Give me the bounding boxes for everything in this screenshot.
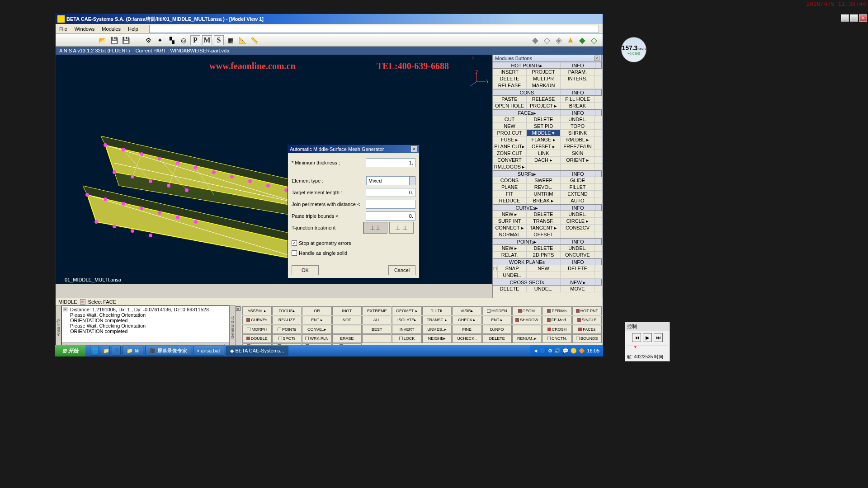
- section-header[interactable]: FACEs▸: [493, 110, 561, 117]
- section-info[interactable]: INFO: [561, 110, 595, 117]
- module-button[interactable]: SURF INT: [493, 218, 527, 224]
- module-button[interactable]: UNDEL.: [561, 245, 595, 251]
- module-button[interactable]: PROJ.CUT: [493, 130, 527, 136]
- close-icon[interactable]: ×: [80, 299, 85, 305]
- play-button[interactable]: ▶: [643, 333, 652, 342]
- module-button[interactable]: 2D PNTS: [527, 252, 561, 258]
- module-button[interactable]: MOVE: [561, 286, 595, 292]
- module-button[interactable]: RM.LOGOS ▸: [493, 164, 527, 170]
- ruler-icon[interactable]: 📏: [249, 35, 259, 45]
- bottom-button[interactable]: [332, 325, 362, 334]
- menu-help[interactable]: Help: [128, 26, 138, 32]
- module-button[interactable]: DELETE: [527, 116, 561, 122]
- module-button[interactable]: NEW: [527, 265, 561, 272]
- bottom-button[interactable]: OR: [302, 306, 331, 315]
- bottom-button[interactable]: ASSEM..▸: [242, 306, 272, 315]
- module-button[interactable]: PROJECT: [527, 69, 561, 75]
- bottom-button[interactable]: RENUM..▸: [512, 334, 542, 343]
- titlebar[interactable]: BETA CAE-Systems S.A. (D:/ansa培训/liti/01…: [56, 14, 603, 24]
- bottom-button[interactable]: WRK.PLN: [302, 334, 331, 343]
- module-button[interactable]: ONCURVE: [561, 252, 595, 258]
- taskbar-item[interactable]: ◆BETA CAE-Systems...: [226, 346, 288, 356]
- module-button[interactable]: AUTO: [561, 197, 595, 204]
- module-button[interactable]: OFFSET ▸: [527, 143, 561, 150]
- bottom-button[interactable]: GEOM.: [512, 306, 542, 315]
- module-button[interactable]: DACH ▸: [527, 157, 561, 163]
- module-button[interactable]: [561, 231, 595, 238]
- tool-icon-1[interactable]: ⚙: [143, 35, 153, 45]
- module-button[interactable]: PARAM.: [561, 69, 595, 75]
- start-button[interactable]: ⊞开始: [55, 345, 85, 357]
- module-button[interactable]: PLANE CUT▸: [493, 143, 527, 150]
- module-button[interactable]: TRANSF.: [527, 218, 561, 224]
- paste-bounds-input[interactable]: [366, 211, 415, 221]
- stop-errors-checkbox[interactable]: ✓: [292, 240, 297, 246]
- module-button[interactable]: BREAK: [561, 103, 595, 109]
- close-icon[interactable]: ×: [411, 146, 417, 152]
- module-button[interactable]: UNTRIM: [527, 191, 561, 197]
- section-header[interactable]: CURVEs▸: [493, 205, 561, 211]
- close-icon[interactable]: ×: [594, 56, 599, 61]
- module-button[interactable]: UNDEL.: [561, 116, 595, 122]
- bottom-button[interactable]: SPOTs: [272, 334, 302, 343]
- bottom-button[interactable]: INOT: [332, 306, 362, 315]
- section-info[interactable]: INFO: [561, 171, 595, 178]
- close-icon[interactable]: ×: [63, 307, 67, 311]
- ansa-info-tab[interactable]: Ansa Info: [56, 305, 61, 350]
- measure-icon[interactable]: 📐: [237, 35, 247, 45]
- tjunction-option-1[interactable]: ⊥⊥: [363, 222, 387, 234]
- bottom-button[interactable]: HIDDEN: [482, 306, 512, 315]
- bottom-button[interactable]: DELETE: [482, 334, 512, 343]
- network-speed-widget[interactable]: 157.3KB/S +0.0B/S: [621, 37, 646, 62]
- bottom-button[interactable]: SHADOW: [512, 316, 542, 325]
- view-icon-4[interactable]: ▲: [566, 35, 576, 45]
- module-button[interactable]: LINK: [527, 150, 561, 156]
- view-icon-1[interactable]: ◆: [530, 35, 540, 45]
- menu-windows[interactable]: Windows: [75, 26, 95, 32]
- section-header[interactable]: POINTs▸: [493, 239, 561, 245]
- bottom-button[interactable]: D.INFO: [482, 325, 512, 334]
- module-button[interactable]: NORMAL: [493, 231, 527, 238]
- bottom-button[interactable]: NEIGHB▸: [422, 334, 452, 343]
- module-button[interactable]: NEW ▸: [493, 245, 527, 251]
- 3d-viewport[interactable]: www.feaonline.com.cn TEL:400-639-6688 x …: [56, 55, 492, 284]
- tray-clock[interactable]: 16:05: [587, 348, 599, 353]
- module-button[interactable]: TANGENT ▸: [527, 225, 561, 231]
- module-button[interactable]: CIRCLE ▸: [561, 218, 595, 224]
- minimize-button[interactable]: _: [841, 14, 849, 22]
- tool-icon-2[interactable]: ✦: [155, 35, 165, 45]
- bottom-button[interactable]: [512, 325, 542, 334]
- module-button[interactable]: INSERT: [493, 69, 527, 75]
- target-length-input[interactable]: [366, 188, 415, 197]
- module-button[interactable]: MARK/UN: [527, 82, 561, 89]
- module-button[interactable]: [493, 272, 498, 278]
- element-type-select[interactable]: [366, 176, 410, 185]
- module-button[interactable]: SHRINK: [561, 130, 595, 136]
- module-button[interactable]: [527, 272, 561, 278]
- modules-panel-title[interactable]: Modules Buttons×: [493, 55, 602, 62]
- bottom-button[interactable]: FOCUS▸: [272, 306, 302, 315]
- module-button[interactable]: DELETE: [493, 286, 527, 292]
- module-button[interactable]: FUSE ▸: [493, 136, 527, 143]
- module-button[interactable]: RM.DBL ▸: [561, 136, 595, 143]
- module-button[interactable]: [561, 164, 595, 170]
- taskbar-item[interactable]: 🎥屏幕录像专家: [145, 346, 191, 356]
- bottom-button[interactable]: LOCK: [392, 334, 421, 343]
- section-header[interactable]: HOT POINTs▸: [493, 62, 561, 69]
- join-perim-input[interactable]: [366, 200, 415, 209]
- taskbar-item[interactable]: 📁liti: [123, 346, 143, 356]
- view-icon-2[interactable]: ◇: [542, 35, 552, 45]
- bottom-button[interactable]: FACEs: [572, 325, 602, 334]
- tjunction-option-2[interactable]: ⊥ ⊥: [389, 222, 414, 234]
- module-button[interactable]: INTERS.: [561, 75, 595, 82]
- menu-modules[interactable]: Modules: [102, 26, 121, 32]
- module-button[interactable]: NEW ▸: [493, 211, 527, 217]
- open-icon[interactable]: 📂: [97, 35, 107, 45]
- bottom-button[interactable]: FINE: [452, 325, 481, 334]
- module-button[interactable]: PASTE: [493, 96, 527, 102]
- min-thickness-input[interactable]: [366, 158, 415, 167]
- saveas-icon[interactable]: 💾: [121, 35, 131, 45]
- tray-icon[interactable]: ⚙: [548, 348, 552, 354]
- module-button[interactable]: RELEASE: [527, 96, 561, 102]
- bottom-button[interactable]: TRANSF..▸: [422, 316, 452, 325]
